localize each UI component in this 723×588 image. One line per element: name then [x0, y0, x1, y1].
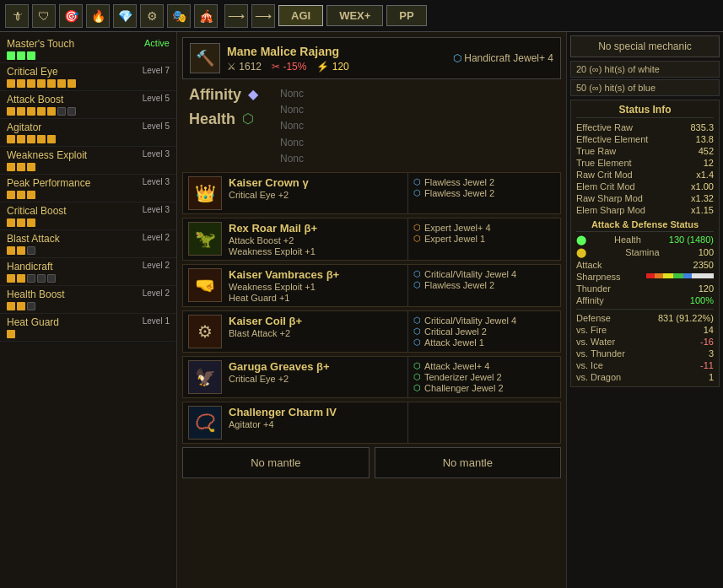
skill-dot — [37, 135, 46, 143]
icon-misc[interactable]: 🎪 — [194, 4, 218, 28]
skill-level-label: Level 2 — [143, 261, 170, 272]
stat-value: 3 — [709, 348, 714, 359]
stat-attack: Attack 2350 — [576, 259, 714, 271]
skill-dot — [7, 191, 15, 199]
stat-value: x1.00 — [691, 181, 714, 192]
skill-dot — [27, 135, 35, 143]
mantle-slot-1[interactable]: No mantle — [182, 447, 370, 478]
equip-kaiser-coil: ⚙ Kaiser Coil β+ Blast Attack +2 ⬡Critic… — [182, 310, 561, 353]
deco-gem-icon: ⬡ — [413, 177, 421, 186]
stat-label-text: vs. Ice — [576, 360, 603, 370]
skill-level-label: Level 5 — [143, 94, 170, 105]
icon-gear[interactable]: ⚙ — [140, 4, 164, 28]
stat-label: Effective Raw — [576, 122, 633, 132]
stat-label-text: Defense — [576, 313, 611, 323]
skill-level-label: Level 2 — [143, 289, 170, 300]
skill-level-label: Level 3 — [143, 149, 170, 161]
skill-health-boost: Health Boost Level 2 — [0, 286, 176, 314]
icon-gem[interactable]: 💎 — [113, 4, 137, 28]
equip-decos: ⬡Critical/Vitality Jewel 4 ⬡Flawless Jew… — [408, 265, 560, 306]
weapon-row: 🔨 Mane Malice Rajang ⚔ 1612 ✂ -15% ⚡ 120… — [182, 37, 561, 79]
stat-value: 2350 — [693, 260, 714, 270]
skill-name-label: Critical Boost — [7, 205, 67, 217]
skill-dot — [7, 330, 15, 338]
icon-sword[interactable]: 🗡 — [5, 4, 29, 28]
skill-dot — [17, 51, 25, 60]
skill-dot — [47, 79, 56, 88]
skill-blast-attack: Blast Attack Level 2 — [0, 230, 176, 258]
deco-label: Tenderizer Jewel 2 — [424, 372, 502, 382]
skill-handicraft: Handicraft Level 2 — [0, 258, 176, 286]
skill-dot — [37, 107, 46, 116]
tab-pp[interactable]: PP — [386, 5, 426, 26]
skill-dot — [37, 79, 46, 88]
stat-label-text: vs. Thunder — [576, 348, 625, 359]
equip-decos: ⬡Attack Jewel+ 4 ⬡Tenderizer Jewel 2 ⬡Ch… — [408, 357, 560, 397]
affinity-label: Affinity — [189, 86, 241, 104]
deco-label: Flawless Jewel 2 — [424, 177, 494, 187]
skill-level-label: Level 3 — [143, 205, 170, 217]
stat-label-text: Sharpness — [576, 272, 621, 282]
skill-dot — [47, 107, 56, 116]
stat-stamina: ⬤ Stamina 100 — [576, 246, 714, 259]
skill-name-label: Handicraft — [7, 261, 53, 272]
icon-arrow[interactable]: ⟶ — [224, 4, 248, 28]
status-info-section: Status Info Effective Raw 835.3 Effectiv… — [570, 100, 720, 387]
health-icon: ⬡ — [242, 111, 254, 128]
equip-decos-empty — [408, 402, 560, 443]
skills-sidebar: Master's Touch Active Critical Eye Level… — [0, 32, 177, 588]
icon-fire[interactable]: 🔥 — [86, 4, 110, 28]
mantle-slot-2[interactable]: No mantle — [375, 447, 562, 478]
deco-gem-icon: ⬡ — [413, 337, 421, 347]
stat-vs-ice: vs. Ice -11 — [576, 359, 714, 371]
equip-decos: ⬡Critical/Vitality Jewel 4 ⬡Critical Jew… — [408, 311, 560, 352]
top-bar: 🗡 🛡 🎯 🔥 💎 ⚙ 🎭 🎪 ⟶ ⟶ AGI WEX+ PP — [0, 0, 723, 32]
stat-label: Raw Sharp Mod — [576, 193, 643, 203]
white-hits-box: 20 (∞) hit(s) of white — [570, 61, 720, 78]
deco-label: Critical/Vitality Jewel 4 — [424, 316, 516, 326]
skill-dot — [27, 107, 35, 116]
stat-raw-crit-mod: Raw Crit Mod x1.4 — [576, 169, 714, 181]
skill-dot — [27, 218, 35, 227]
equip-decos: ⬡Expert Jewel+ 4 ⬡Expert Jewel 1 — [408, 218, 560, 260]
skill-dot — [17, 135, 25, 143]
icon-shield[interactable]: 🛡 — [32, 4, 56, 28]
deco-gem-icon: ⬡ — [413, 234, 421, 243]
deco-label: Attack Jewel 1 — [424, 337, 484, 348]
deco-label: Flawless Jewel 2 — [424, 188, 494, 198]
skill-dot — [57, 107, 66, 116]
icon-mask[interactable]: 🎭 — [167, 4, 191, 28]
weapon-name: Mane Malice Rajang — [227, 45, 446, 58]
stat-effective-raw: Effective Raw 835.3 — [576, 121, 714, 133]
stat-value: 12 — [704, 158, 714, 168]
skill-dot — [37, 274, 46, 283]
equip-icon: 🦅 — [188, 360, 222, 394]
tab-agi[interactable]: AGI — [278, 5, 323, 26]
skill-attack-boost: Attack Boost Level 5 — [0, 91, 176, 119]
equip-kaiser-vambraces: 🤜 Kaiser Vambraces β+ Weakness Exploit +… — [182, 264, 561, 307]
stat-label-text: vs. Dragon — [576, 372, 621, 382]
deco-label: Critical/Vitality Jewel 4 — [424, 269, 516, 279]
deco-gem-icon: ⬡ — [413, 188, 421, 197]
equip-kaiser-crown: 👑 Kaiser Crown γ Critical Eye +2 ⬡Flawle… — [182, 172, 561, 214]
stat-health: ⬤ Health 130 (1480) — [576, 234, 714, 246]
deco-gem-icon: ⬡ — [413, 280, 421, 289]
tab-wex[interactable]: WEX+ — [326, 5, 383, 26]
skill-heat-guard: Heat Guard Level 1 — [0, 314, 176, 342]
weapon-info: Mane Malice Rajang ⚔ 1612 ✂ -15% ⚡ 120 — [227, 45, 446, 73]
stat-value: 120 — [699, 283, 714, 294]
stat-label: Elem Sharp Mod — [576, 205, 645, 215]
skill-level-label: Level 7 — [143, 66, 170, 78]
skill-name-label: Agitator — [7, 121, 41, 133]
divider — [576, 309, 714, 310]
skill-dot — [27, 51, 35, 60]
stat-value: x1.32 — [691, 193, 714, 203]
icon-arrow2[interactable]: ⟶ — [251, 4, 275, 28]
skill-name-label: Master's Touch — [7, 38, 74, 50]
weapon-icon: 🔨 — [190, 43, 220, 73]
icon-target[interactable]: 🎯 — [59, 4, 83, 28]
skill-dot — [7, 79, 15, 88]
stat-label: ⬤ — [576, 247, 586, 258]
stat-label-text: Affinity — [576, 295, 604, 305]
deco-label: Flawless Jewel 2 — [424, 280, 494, 290]
